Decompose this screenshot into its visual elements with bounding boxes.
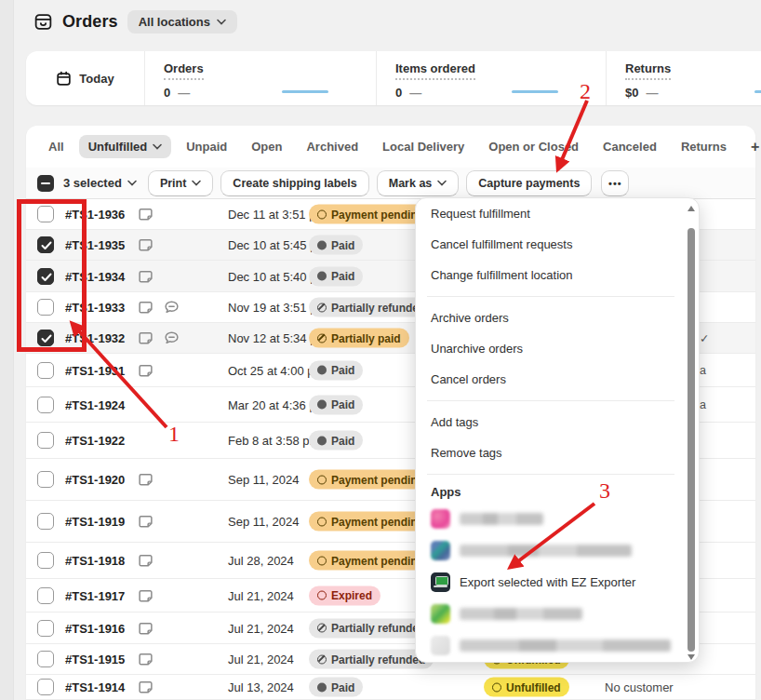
- menu-item-cancel-fulfillment-requests[interactable]: Cancel fulfillment requests: [427, 229, 674, 260]
- menu-item-remove-tags[interactable]: Remove tags: [427, 438, 674, 468]
- create-shipping-labels-button[interactable]: Create shipping labels: [220, 170, 368, 196]
- note-icon: [138, 207, 154, 222]
- status-dot-icon: [317, 556, 327, 565]
- order-id-link[interactable]: #TS1-1922: [65, 434, 125, 448]
- tab-all[interactable]: All: [39, 135, 73, 158]
- chevron-down-icon: [437, 180, 447, 186]
- tab-open-or-closed[interactable]: Open or Closed: [479, 135, 588, 158]
- order-id-link[interactable]: #TS1-1918: [65, 554, 125, 568]
- truncated-cell-fragment: a: [700, 398, 706, 411]
- select-all-checkbox[interactable]: [37, 175, 54, 192]
- selected-count-button[interactable]: 3 selected: [63, 176, 137, 190]
- order-id-link[interactable]: #TS1-1931: [65, 363, 125, 377]
- menu-item-app-redacted[interactable]: [427, 503, 674, 534]
- order-id-link[interactable]: #TS1-1924: [65, 397, 125, 411]
- order-id-link[interactable]: #TS1-1915: [65, 653, 125, 666]
- status-dot-icon: [317, 400, 327, 410]
- row-checkbox[interactable]: [37, 362, 54, 379]
- menu-item-request-fulfillment[interactable]: Request fulfillment: [427, 198, 674, 229]
- scrollbar-thumb[interactable]: [688, 228, 695, 652]
- tab-returns[interactable]: Returns: [672, 135, 736, 158]
- status-dot-icon: [317, 272, 327, 281]
- metric-orders[interactable]: Orders 0—: [145, 51, 377, 105]
- tab-canceled[interactable]: Canceled: [594, 135, 666, 158]
- row-checkbox[interactable]: [37, 471, 54, 488]
- redacted-app-name: [460, 639, 671, 652]
- status-dot-icon: [317, 475, 327, 484]
- menu-item-export-ez-exporter[interactable]: Export selected with EZ Exporter: [427, 566, 674, 598]
- menu-item-cancel-orders[interactable]: Cancel orders: [427, 364, 674, 395]
- row-checkbox[interactable]: [37, 679, 54, 695]
- apps-section-title: Apps: [427, 480, 674, 503]
- status-dot-icon: [317, 517, 327, 526]
- status-dot-icon: [317, 682, 327, 692]
- tab-archived[interactable]: Archived: [297, 135, 367, 158]
- row-checkbox[interactable]: [37, 397, 54, 413]
- status-dot-icon: [317, 303, 327, 312]
- menu-item-app-redacted[interactable]: [427, 629, 674, 661]
- order-id-link[interactable]: #TS1-1919: [65, 515, 125, 529]
- row-checkbox[interactable]: [37, 552, 54, 569]
- order-id-link[interactable]: #TS1-1916: [65, 621, 125, 635]
- menu-item-unarchive-orders[interactable]: Unarchive orders: [427, 333, 674, 364]
- payment-status-badge: Paid: [309, 431, 363, 451]
- tab-unfulfilled[interactable]: Unfulfilled: [79, 135, 172, 158]
- sparkline: [512, 90, 558, 93]
- status-dot-icon: [317, 591, 327, 600]
- order-id-link[interactable]: #TS1-1936: [65, 208, 125, 222]
- order-date: Jul 21, 2024: [228, 588, 294, 602]
- row-checkbox[interactable]: [37, 432, 54, 449]
- table-row[interactable]: #TS1-1914 Jul 13, 2024 Paid Unfulfilled …: [26, 675, 755, 700]
- metric-items-ordered[interactable]: Items ordered 0—: [377, 51, 607, 105]
- tab-unpaid[interactable]: Unpaid: [177, 135, 236, 158]
- menu-item-archive-orders[interactable]: Archive orders: [427, 303, 674, 333]
- print-button[interactable]: Print: [148, 170, 213, 196]
- app-icon: [431, 604, 450, 624]
- app-icon: [431, 541, 450, 560]
- row-checkbox[interactable]: [37, 513, 54, 530]
- row-checkbox[interactable]: [37, 651, 54, 667]
- tab-open[interactable]: Open: [242, 135, 291, 158]
- order-id-link[interactable]: #TS1-1933: [65, 301, 125, 315]
- row-checkbox[interactable]: [37, 236, 54, 253]
- row-checkbox[interactable]: [37, 620, 54, 637]
- row-checkbox[interactable]: [37, 206, 54, 222]
- note-icon: [138, 553, 154, 569]
- scroll-down-arrow-icon[interactable]: [688, 654, 695, 660]
- sparkline: [282, 90, 328, 93]
- popover-scrollbar[interactable]: [687, 202, 696, 660]
- truncated-cell-fragment: a: [700, 364, 706, 377]
- status-dot-icon: [317, 654, 327, 664]
- order-id-link[interactable]: #TS1-1932: [65, 331, 125, 345]
- row-checkbox[interactable]: [37, 330, 54, 346]
- more-actions-button[interactable]: •••: [601, 170, 629, 196]
- capture-payments-button[interactable]: Capture payments: [466, 170, 592, 196]
- tab-local-delivery[interactable]: Local Delivery: [373, 135, 474, 158]
- note-icon: [138, 237, 154, 253]
- menu-divider: [427, 296, 674, 297]
- chevron-down-icon: [153, 143, 162, 150]
- order-id-link[interactable]: #TS1-1934: [65, 269, 125, 283]
- redacted-app-name: [460, 513, 543, 525]
- order-id-link[interactable]: #TS1-1914: [65, 680, 125, 694]
- order-date: Sep 11, 2024: [228, 473, 299, 487]
- row-checkbox[interactable]: [37, 587, 54, 604]
- orders-box-icon: [33, 12, 53, 32]
- order-id-link[interactable]: #TS1-1920: [65, 473, 125, 487]
- delta-dash: —: [646, 86, 658, 100]
- order-id-link[interactable]: #TS1-1917: [65, 588, 125, 602]
- menu-item-app-redacted[interactable]: [427, 534, 674, 566]
- row-checkbox[interactable]: [37, 268, 54, 285]
- mark-as-button[interactable]: Mark as: [377, 170, 460, 196]
- menu-item-add-tags[interactable]: Add tags: [427, 407, 674, 438]
- row-checkbox[interactable]: [37, 299, 54, 316]
- menu-item-app-redacted[interactable]: [427, 598, 674, 629]
- payment-status-badge: Partially paid: [309, 329, 409, 348]
- order-id-link[interactable]: #TS1-1935: [65, 238, 125, 252]
- add-view-button[interactable]: +: [743, 137, 761, 157]
- location-filter-button[interactable]: All locations: [127, 10, 237, 34]
- scroll-up-arrow-icon[interactable]: [688, 206, 695, 211]
- date-range-button[interactable]: Today: [26, 51, 145, 105]
- menu-item-change-fulfillment-location[interactable]: Change fulfillment location: [427, 260, 674, 290]
- metric-returns[interactable]: Returns $0—: [607, 51, 761, 105]
